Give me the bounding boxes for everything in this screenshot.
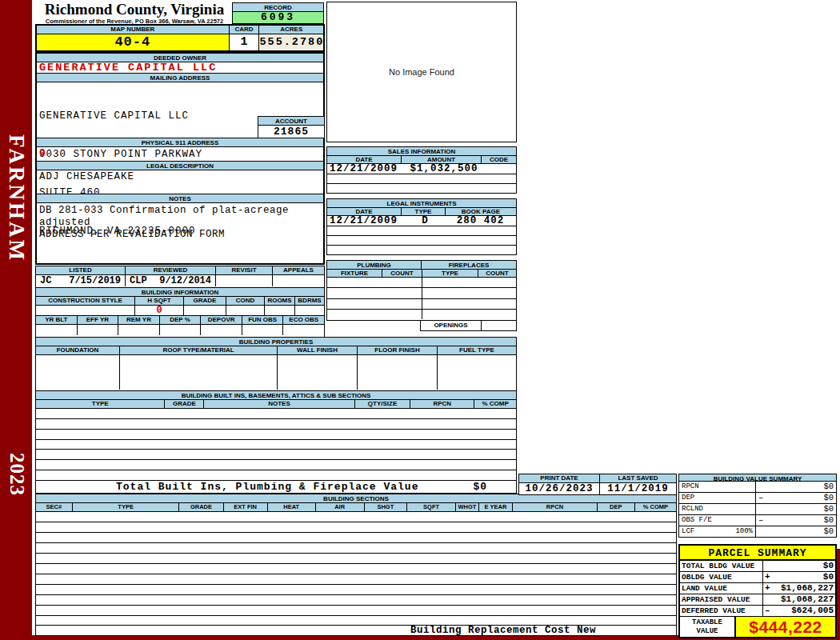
fuel-type-value — [437, 355, 516, 390]
map-card-acres: MAP NUMBER CARD ACRES 40-4 1 555.2780 — [35, 24, 325, 52]
fuel-type-label: FUEL TYPE — [437, 346, 516, 355]
empty-row — [36, 574, 676, 585]
depovr-value — [200, 325, 242, 335]
reviewed-value: CLP 9/12/2014 — [125, 275, 215, 286]
parcel-summary-title: PARCEL SUMMARY — [680, 546, 835, 561]
sales-information-title: SALES INFORMATION — [327, 147, 516, 156]
bvs-lcf-pct: 100% — [735, 526, 753, 537]
bvs-value: $0 — [823, 526, 834, 537]
empty-row — [36, 419, 516, 430]
empty-row — [36, 512, 676, 522]
empty-row — [327, 226, 516, 236]
parcel-row: DEFERRED VALUE –$624,005 — [680, 606, 835, 617]
bi-notes-label: NOTES — [203, 400, 354, 409]
foundation-label: FOUNDATION — [36, 346, 119, 355]
sec-air-label: AIR — [315, 503, 364, 512]
building-information: BUILDING INFORMATION CONSTRUCTION STYLE … — [35, 287, 325, 338]
empty-row — [327, 288, 516, 298]
listed-value: JC 7/15/2019 — [36, 275, 125, 286]
sales-empty-rows — [327, 174, 516, 193]
empty-row — [327, 278, 516, 288]
sec-whgt-label: WHGT — [455, 503, 478, 512]
bvs-value: $0 — [823, 504, 834, 514]
funobs-label: FUN OBS — [242, 316, 283, 325]
parcel-label: TOTAL BLDG VALUE — [680, 561, 763, 571]
reviewed-date: 9/12/2014 — [159, 275, 211, 286]
bvs-label: DEP — [682, 493, 694, 503]
county-header: Richmond County, Virginia Commissioner o… — [37, 1, 232, 25]
parcel-op: + — [765, 572, 770, 582]
building-value-summary-title: BUILDING VALUE SUMMARY — [679, 474, 836, 482]
wall-finish-label: WALL FINISH — [277, 346, 357, 355]
empty-row — [36, 430, 516, 440]
fireplaces-title: FIREPLACES — [422, 261, 516, 270]
openings-value — [482, 321, 516, 330]
legal-description-value: ADJ CHESAPEAKE — [37, 170, 323, 194]
map-number-label: MAP NUMBER — [37, 26, 229, 34]
floor-finish-value — [357, 355, 437, 390]
listed-label: LISTED — [36, 266, 125, 275]
rooms-value — [264, 306, 294, 315]
reviewed-by: CLP — [130, 275, 147, 286]
last-saved-label: LAST SAVED — [599, 474, 676, 483]
sale-code — [482, 164, 516, 174]
parcel-op: – — [765, 606, 770, 616]
acres-value: 555.2780 — [258, 34, 323, 50]
empty-row — [36, 409, 516, 419]
remyr-label: REM YR — [118, 316, 159, 325]
dep-pct-label: DEP % — [159, 316, 201, 325]
empty-row — [327, 184, 516, 193]
sec-grade-label: GRADE — [178, 503, 222, 512]
fixture-label: FIXTURE — [327, 270, 382, 278]
bi-comp-label: % COMP — [474, 400, 516, 409]
openings-label: OPENINGS — [421, 321, 482, 330]
empty-row — [36, 595, 676, 606]
bvs-value: $0 — [823, 515, 834, 526]
print-info-table: PRINT DATE LAST SAVED 10/26/2023 11/1/20… — [518, 474, 677, 495]
empty-row — [36, 564, 676, 574]
revisit-value — [215, 275, 272, 286]
hsqft-value: 0 — [134, 306, 183, 315]
built-ins-total-row: Total Built Ins, Plumbing & Fireplace Va… — [36, 480, 516, 492]
owner-section: DEEDED OWNER GENERATIVE CAPITAL LLC MAIL… — [35, 52, 325, 265]
bvs-label: RPCN — [682, 482, 699, 492]
record-value: 6093 — [233, 12, 323, 23]
fireplace-type-label: TYPE — [422, 270, 478, 278]
sec-comp-label: % COMP — [634, 503, 676, 512]
built-ins-title: BUILDING BUILT INS, BASEMENTS, ATTICS & … — [36, 391, 516, 400]
notes-line: adjusted — [39, 217, 323, 229]
empty-row — [36, 554, 676, 564]
ecoobs-value — [282, 325, 324, 335]
account-box: ACCOUNT 21865 — [258, 116, 325, 138]
effyr-value — [77, 325, 118, 335]
building-properties-title: BUILDING PROPERTIES — [36, 338, 516, 346]
bvs-row: DEP –$0 — [679, 493, 836, 504]
fireplace-count-label: COUNT — [478, 270, 516, 278]
instruments-empty-rows — [327, 226, 516, 254]
sec-heat-label: HEAT — [267, 503, 315, 512]
plumbing-title: PLUMBING — [327, 261, 422, 270]
parcel-row: TOTAL BLDG VALUE $0 — [680, 561, 835, 572]
empty-row — [327, 174, 516, 184]
roof-label: ROOF TYPE/MATERIAL — [119, 346, 277, 355]
empty-row — [36, 533, 676, 543]
bdrms-value — [294, 306, 324, 315]
district-sidebar: FARNHAM 2023 — [0, 0, 32, 640]
bi-qty-label: QTY/SIZE — [354, 400, 410, 409]
plumbing-empty-rows — [327, 278, 516, 319]
empty-row — [36, 585, 676, 595]
parcel-row: OBLDG VALUE +$0 — [680, 572, 835, 583]
notes-value: DB 281-033 Confirmation of plat-acreage … — [37, 203, 323, 263]
effyr-label: EFF YR — [77, 316, 118, 325]
bvs-value: $0 — [823, 493, 834, 503]
instr-type: D — [406, 216, 445, 226]
construction-style-value — [36, 306, 134, 315]
bi-rpcn-label: RPCN — [410, 400, 474, 409]
empty-row — [36, 440, 516, 450]
taxable-value-row: TAXABLE VALUE $444,222 — [680, 617, 835, 637]
parcel-row: APPRAISED VALUE $1,068,227 — [680, 594, 835, 606]
bvs-op: – — [758, 515, 763, 526]
notes-line: ADDRESS PER REVALIDATION FORM — [39, 229, 323, 241]
physical-address-label: PHYSICAL 911 ADDRESS — [37, 138, 323, 147]
building-value-summary: BUILDING VALUE SUMMARY RPCN $0 DEP –$0 R… — [678, 474, 837, 538]
